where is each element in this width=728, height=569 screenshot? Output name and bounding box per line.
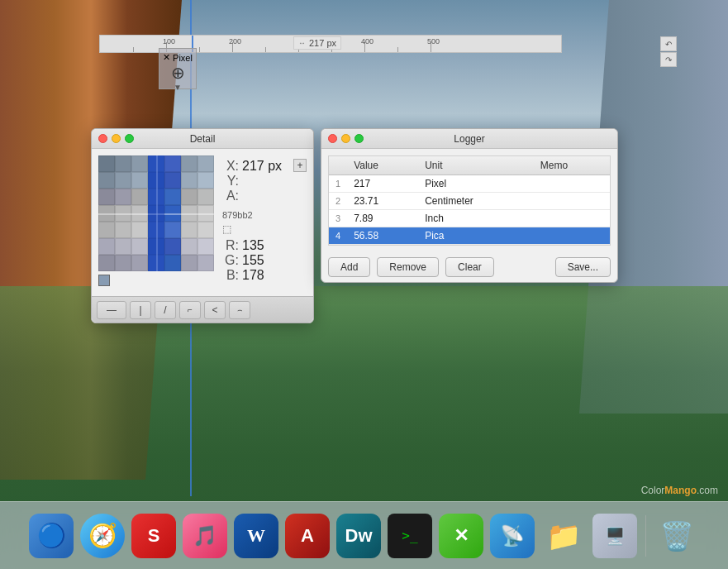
dock-item-cast[interactable]: 📡 bbox=[490, 514, 535, 558]
tool-arc-btn[interactable]: ⌢ bbox=[229, 301, 250, 319]
ruler-label-500: 500 bbox=[427, 37, 440, 45]
pixel-cell bbox=[131, 172, 148, 189]
pixel-cell bbox=[115, 172, 131, 189]
xapp-icon: ✕ bbox=[454, 525, 469, 547]
pixel-cell bbox=[197, 155, 214, 172]
add-button[interactable]: Add bbox=[328, 257, 370, 277]
detail-toolbar: — | / ⌐ < ⌢ bbox=[92, 296, 313, 323]
coord-y-row: Y: bbox=[222, 174, 307, 189]
col-memo: Memo bbox=[534, 156, 610, 175]
terminal-icon: >_ bbox=[402, 528, 417, 543]
word-icon: W bbox=[247, 525, 265, 547]
watermark: ColorMango.com bbox=[641, 485, 718, 496]
a-label: A: bbox=[222, 189, 239, 203]
save-button[interactable]: Save... bbox=[555, 257, 611, 277]
detail-maximize-btn[interactable] bbox=[125, 134, 134, 143]
safari-icon: 🧭 bbox=[88, 522, 117, 549]
dock-item-word[interactable]: W bbox=[234, 514, 278, 558]
dock-item-manager[interactable]: 🖥️ bbox=[592, 514, 637, 558]
tool-minus-btn[interactable]: — bbox=[97, 301, 126, 319]
pixel-cell bbox=[197, 189, 214, 205]
row-unit-1: Pixel bbox=[418, 175, 534, 193]
tool-diagonal-btn[interactable]: / bbox=[155, 301, 176, 319]
ruler-tick-50 bbox=[133, 47, 134, 52]
pixel-indicator: ↔ 217 px bbox=[293, 36, 341, 50]
pixel-cell bbox=[164, 238, 181, 255]
b-value: 178 bbox=[242, 268, 264, 283]
tool-corner-btn[interactable]: ⌐ bbox=[179, 301, 201, 319]
dock-item-terminal[interactable]: >_ bbox=[388, 514, 432, 558]
dock-item-music[interactable]: 🎵 bbox=[183, 514, 227, 558]
dock-item-acrobat[interactable]: A bbox=[285, 514, 330, 558]
pixel-cell bbox=[115, 255, 131, 271]
row-value-2: 23.71 bbox=[347, 193, 418, 210]
pixel-cell bbox=[181, 155, 197, 172]
dock-item-files[interactable]: 📁 bbox=[541, 514, 586, 558]
add-measure-btn[interactable]: + bbox=[293, 159, 307, 172]
remove-button[interactable]: Remove bbox=[377, 257, 439, 277]
logger-maximize-btn[interactable] bbox=[354, 134, 364, 143]
clear-button[interactable]: Clear bbox=[445, 257, 494, 277]
watermark-brand: Mango bbox=[664, 485, 697, 496]
row-value-3: 7.89 bbox=[347, 210, 418, 227]
dock-item-dreamweaver[interactable]: Dw bbox=[336, 514, 381, 558]
detail-minimize-btn[interactable] bbox=[112, 134, 121, 143]
coord-a-row: A: bbox=[222, 189, 307, 203]
ruler-label-200: 200 bbox=[229, 37, 241, 45]
pixel-cell bbox=[131, 222, 148, 238]
table-row-selected[interactable]: 4 56.58 Pica bbox=[329, 227, 610, 245]
r-label: R: bbox=[222, 238, 239, 253]
logger-titlebar: Logger bbox=[321, 129, 617, 149]
row-unit-4: Pica bbox=[418, 227, 534, 245]
x-value: 217 px bbox=[242, 159, 282, 174]
ruler-down-btn[interactable]: ↷ bbox=[660, 52, 677, 67]
finder-icon: 🔵 bbox=[37, 522, 66, 549]
r-value: 135 bbox=[242, 238, 264, 253]
logger-minimize-btn[interactable] bbox=[341, 134, 350, 143]
dock-separator bbox=[645, 515, 646, 557]
tool-arrow-btn[interactable]: < bbox=[204, 301, 226, 319]
pixel-cell bbox=[181, 222, 197, 238]
ruler-label-400: 400 bbox=[361, 37, 374, 45]
dock-item-safari[interactable]: 🧭 bbox=[80, 514, 125, 558]
logger-close-btn[interactable] bbox=[328, 134, 337, 143]
logger-buttons: Add Remove Clear Save... bbox=[321, 252, 617, 282]
tool-vertical-btn[interactable]: | bbox=[130, 301, 151, 319]
pixel-cell bbox=[181, 238, 197, 255]
table-row[interactable]: 1 217 Pixel bbox=[329, 175, 610, 193]
ruler-arrows[interactable]: ↶ ↷ bbox=[660, 36, 677, 67]
table-row[interactable]: 3 7.89 Inch bbox=[329, 210, 610, 227]
acrobat-icon: A bbox=[301, 525, 314, 547]
ruler-tick-250 bbox=[265, 47, 266, 52]
pixel-cell bbox=[98, 189, 115, 205]
g-value: 155 bbox=[242, 253, 264, 268]
row-memo-4 bbox=[534, 227, 610, 245]
row-memo-1 bbox=[534, 175, 610, 193]
row-memo-2 bbox=[534, 193, 610, 210]
pixel-tool-header: ✕ Pixel bbox=[163, 52, 193, 63]
trash-icon: 🗑️ bbox=[659, 519, 694, 552]
pixel-cell bbox=[98, 238, 115, 255]
coord-x-row: X: 217 px bbox=[222, 159, 293, 174]
dock-item-xapp[interactable]: ✕ bbox=[439, 514, 483, 558]
dock-item-finder[interactable]: 🔵 bbox=[29, 514, 74, 558]
pixel-cell bbox=[197, 222, 214, 238]
pixel-cell bbox=[98, 222, 115, 238]
table-row[interactable]: 2 23.71 Centimeter bbox=[329, 193, 610, 210]
pixel-cell bbox=[164, 172, 181, 189]
music-icon: 🎵 bbox=[193, 524, 217, 547]
row-value-1: 217 bbox=[347, 175, 418, 193]
dock-item-trash[interactable]: 🗑️ bbox=[654, 514, 699, 558]
pixel-cell bbox=[131, 255, 148, 271]
ruler-up-btn[interactable]: ↶ bbox=[660, 36, 677, 51]
x-label: X: bbox=[222, 159, 239, 174]
color-g-row: G: 155 bbox=[222, 253, 307, 268]
dreamweaver-icon: Dw bbox=[345, 525, 373, 547]
pixel-cell bbox=[115, 189, 131, 205]
pixel-preview-grid bbox=[98, 155, 214, 271]
pixel-cell bbox=[181, 172, 197, 189]
dock-item-app1[interactable]: S bbox=[131, 514, 176, 558]
detail-close-btn[interactable] bbox=[98, 134, 107, 143]
crosshair-icon: ⊕ bbox=[171, 63, 185, 83]
pixel-tool-widget[interactable]: ✕ Pixel ⊕ ▼ bbox=[159, 48, 197, 89]
